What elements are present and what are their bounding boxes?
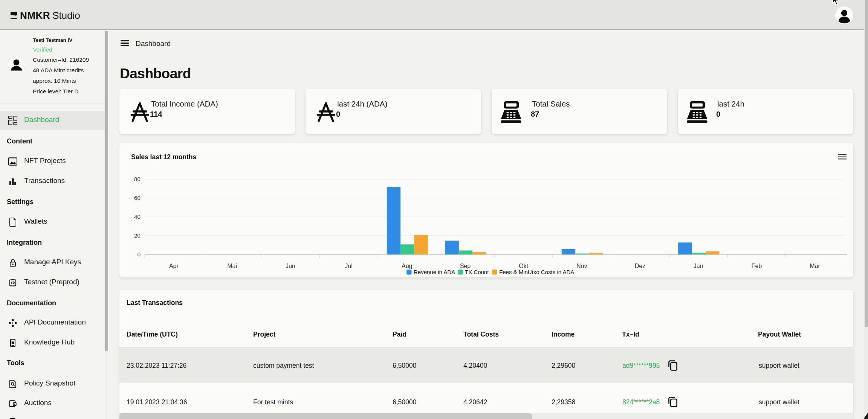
svg-text:Sep: Sep xyxy=(460,263,471,269)
svg-text:Dez: Dez xyxy=(635,263,645,269)
svg-text:60: 60 xyxy=(134,195,141,201)
svg-text:Jan: Jan xyxy=(694,263,703,269)
svg-text:Aug: Aug xyxy=(402,263,412,269)
svg-text:TX Count: TX Count xyxy=(465,269,489,275)
svg-text:Apr: Apr xyxy=(169,263,179,269)
svg-text:0: 0 xyxy=(137,251,141,257)
svg-text:Jul: Jul xyxy=(345,263,352,269)
svg-text:Nov: Nov xyxy=(576,263,587,269)
svg-text:Okt: Okt xyxy=(519,263,528,269)
svg-text:Mai: Mai xyxy=(227,263,237,269)
svg-text:Jun: Jun xyxy=(286,263,295,269)
svg-text:Fees & MinUtxo Costs in ADA: Fees & MinUtxo Costs in ADA xyxy=(499,269,574,275)
svg-text:Mär: Mär xyxy=(810,263,820,269)
svg-text:20: 20 xyxy=(134,232,141,239)
svg-text:Revenue in ADA: Revenue in ADA xyxy=(414,269,455,275)
svg-text:Feb: Feb xyxy=(752,263,762,269)
svg-text:40: 40 xyxy=(134,213,141,220)
svg-text:80: 80 xyxy=(134,176,141,182)
